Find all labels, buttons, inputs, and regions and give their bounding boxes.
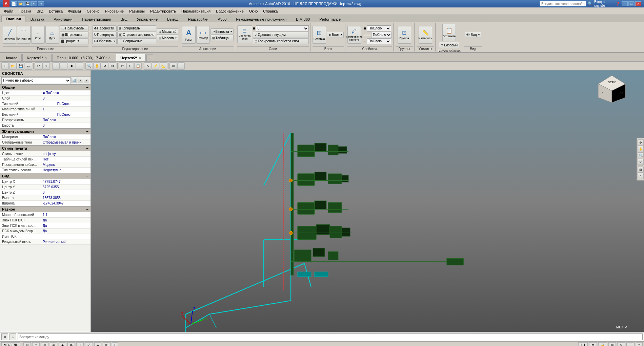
- snap-btn[interactable]: ⊡: [32, 342, 40, 346]
- orbit-btn[interactable]: ↺: [101, 62, 108, 70]
- make-current-btn[interactable]: ✓ Сделать текущим: [253, 32, 309, 38]
- menu-item-param[interactable]: Параметризация: [179, 7, 213, 15]
- tab-insert[interactable]: Вставка: [26, 16, 49, 22]
- ortho-btn[interactable]: ⊞: [41, 342, 48, 346]
- maximize-btn[interactable]: □: [628, 1, 635, 6]
- menu-item-draw[interactable]: Рисование: [102, 7, 126, 15]
- linetype-select[interactable]: ПоСлою: [371, 32, 392, 38]
- quickselect-btn[interactable]: ⚡: [152, 62, 159, 70]
- tab-add-btn[interactable]: +: [146, 55, 153, 61]
- dynucs-btn[interactable]: ⊔: [76, 342, 84, 346]
- save-btn[interactable]: 💾: [24, 1, 31, 6]
- help-btn[interactable]: ❓: [616, 2, 620, 6]
- nav-wheel-btn[interactable]: ⊙: [638, 139, 644, 146]
- tab-close-drawing1[interactable]: ✕: [44, 56, 47, 60]
- layer-properties-btn[interactable]: ☰ Свойства слоя: [237, 25, 252, 43]
- undo-qa-btn[interactable]: ↩: [31, 1, 37, 6]
- copy-btn[interactable]: ⎘ Копировать: [117, 25, 156, 31]
- arc-btn[interactable]: ⌓ Дуга: [45, 26, 59, 44]
- base-btn[interactable]: ⊓ Базовый: [439, 42, 459, 48]
- trim-btn[interactable]: ✂ Обрезать ▾: [92, 38, 117, 44]
- hardware-btn[interactable]: ⊞: [608, 342, 616, 346]
- copy-properties-btn[interactable]: 🖊 Копирование свойств: [347, 26, 361, 44]
- scale-btn[interactable]: ⇲ Масштаб: [157, 28, 178, 35]
- isolate-btn[interactable]: ☀: [617, 342, 625, 346]
- tab-drawing1[interactable]: Чертеж1* ✕: [22, 54, 52, 61]
- insert-block-btn[interactable]: ⊞ Вставка: [313, 26, 326, 44]
- tab-start[interactable]: Начало: [0, 54, 22, 61]
- nav-pan-btn[interactable]: ✋: [638, 146, 644, 152]
- model-btn[interactable]: МОДЕЛЬ: [1, 342, 20, 346]
- mirror-btn[interactable]: ◫ Отразить зеркально: [117, 32, 156, 38]
- section-btn[interactable]: ⊟: [177, 62, 185, 70]
- match-prop-btn[interactable]: ⊡: [52, 62, 60, 70]
- props-icon-btn2[interactable]: +: [78, 78, 83, 83]
- tab-parametrization[interactable]: Параметризация: [78, 16, 116, 22]
- menu-item-edit2[interactable]: Редактировать: [147, 7, 179, 15]
- measure-geo-btn[interactable]: 📐: [160, 62, 167, 70]
- login-btn[interactable]: Вход в службы: [594, 0, 614, 7]
- transparency-status-btn[interactable]: ◫: [103, 342, 110, 346]
- menu-item-window[interactable]: Окно: [246, 7, 261, 15]
- layer-select[interactable]: 0: [256, 25, 309, 31]
- section-general-header[interactable]: Общие −: [0, 84, 90, 90]
- qp-btn[interactable]: ℹ: [112, 342, 118, 346]
- search-icon[interactable]: 🔍: [588, 1, 593, 6]
- zoom-btn[interactable]: 🔍: [85, 62, 93, 70]
- polyline-btn[interactable]: ⌒ Полилиния: [17, 26, 31, 44]
- menu-item-help[interactable]: Справка: [260, 7, 280, 15]
- tab-view[interactable]: Вид: [116, 16, 132, 22]
- line-btn[interactable]: ╱ Отрезок: [3, 26, 16, 44]
- fillet-btn[interactable]: ⌒ Сопряжение: [117, 38, 156, 44]
- paste-clip-btn[interactable]: 📋: [134, 62, 142, 70]
- tab-performance[interactable]: Performance: [315, 16, 345, 22]
- customstatus-btn[interactable]: ≡: [636, 342, 643, 346]
- viewport[interactable]: [-][ЮЗ изометрия][Реалистичный]: [91, 70, 644, 332]
- tab-manage[interactable]: Управление: [133, 16, 162, 22]
- cmd-search-btn[interactable]: ⌕: [9, 333, 16, 340]
- otrack-btn[interactable]: ⊕: [67, 342, 75, 346]
- close-btn[interactable]: ✕: [635, 1, 641, 6]
- new-file-btn[interactable]: 🗋: [1, 62, 9, 70]
- linetype-tool-btn[interactable]: ─: [76, 62, 83, 70]
- command-input[interactable]: [18, 333, 643, 340]
- props-icon-btn1[interactable]: 🔄: [72, 78, 77, 83]
- open-file-btn[interactable]: 📂: [9, 62, 17, 70]
- cut-btn[interactable]: ✂: [119, 62, 126, 70]
- tab-close-plan[interactable]: ✕: [108, 56, 111, 60]
- menu-item-dim[interactable]: Размеры: [126, 7, 147, 15]
- section-view-header[interactable]: Вид −: [0, 173, 90, 179]
- minimize-btn[interactable]: −: [622, 1, 628, 6]
- save-file-btn[interactable]: 💾: [17, 62, 24, 70]
- osnap-btn[interactable]: ◈: [59, 342, 66, 346]
- section-misc-header[interactable]: Разное −: [0, 206, 90, 212]
- copy-props-btn[interactable]: ⊡ Копировать свойства слоя: [253, 38, 309, 44]
- paste-btn[interactable]: 📋 Вставить: [442, 24, 456, 41]
- annotation-scale-btn[interactable]: 1:1: [578, 342, 588, 346]
- menu-item-water[interactable]: Водоснабжение: [213, 7, 246, 15]
- circle-btn[interactable]: ○ Круг: [31, 26, 45, 44]
- dynmode-btn[interactable]: ☑: [85, 342, 93, 346]
- rotate-btn[interactable]: ↻ Повернуть: [92, 32, 117, 38]
- search-input[interactable]: [540, 1, 586, 6]
- group-btn[interactable]: ⊡ Группа: [398, 26, 411, 44]
- new-btn[interactable]: 📄: [11, 1, 17, 6]
- workspace-btn[interactable]: ⚙: [589, 342, 597, 346]
- lock-btn[interactable]: 🔒: [598, 342, 607, 346]
- section-print-header[interactable]: Стиль печати −: [0, 145, 90, 151]
- nav-cube[interactable]: ВЕРХ ЮЗ З ↓ Ю: [597, 74, 627, 104]
- rectangle-btn[interactable]: ▭ Прямоуголь...: [60, 25, 88, 31]
- create-block-btn[interactable]: ◈ Блок ▾: [327, 32, 344, 38]
- layer-tool-btn[interactable]: ☰: [60, 62, 67, 70]
- menu-item-edit[interactable]: Правка: [16, 7, 34, 15]
- polar-btn[interactable]: ⊛: [50, 342, 57, 346]
- redo-btn[interactable]: ↪: [42, 62, 50, 70]
- color-select[interactable]: ПоСлою: [367, 25, 391, 31]
- redo-qa-btn[interactable]: ↪: [38, 1, 44, 6]
- tab-bim360[interactable]: BIM 360: [291, 16, 314, 22]
- fullscreen-btn[interactable]: ⛶: [626, 342, 635, 346]
- tab-recommended[interactable]: Рекомендуемые приложения: [232, 16, 291, 22]
- menu-item-insert[interactable]: Вставка: [46, 7, 65, 15]
- nav-zoom-btn[interactable]: 🔍: [638, 152, 644, 158]
- nav-home-btn[interactable]: ⌂: [638, 173, 644, 179]
